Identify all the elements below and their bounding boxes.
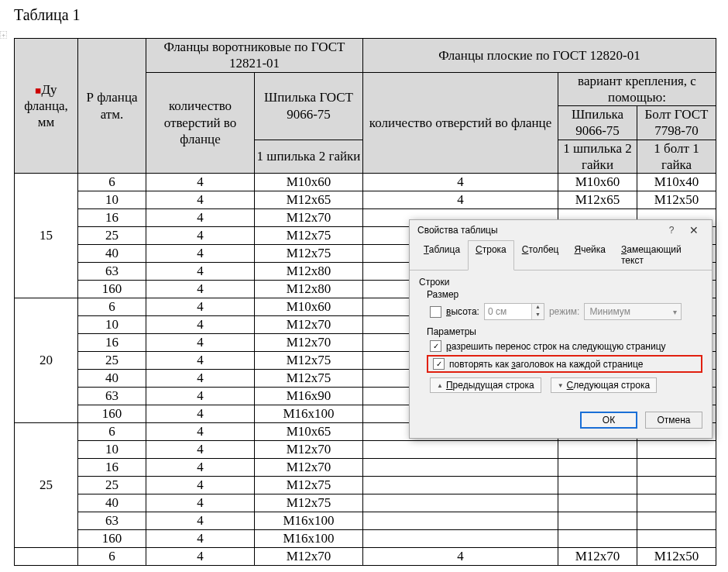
du-cell: 25 bbox=[15, 423, 78, 548]
tab-Строка[interactable]: Строка bbox=[468, 240, 514, 270]
tab-Столбец[interactable]: Столбец bbox=[514, 240, 567, 270]
q2-cell: 4 bbox=[363, 548, 558, 566]
q2-cell bbox=[363, 477, 558, 494]
v2-cell bbox=[637, 530, 716, 548]
allow-break-checkbox[interactable] bbox=[430, 340, 441, 352]
size-label: Размер bbox=[427, 289, 702, 300]
p-cell: 10 bbox=[78, 191, 146, 209]
hdr-qty1: количество отверстий во фланце bbox=[146, 72, 255, 174]
q2-cell: 4 bbox=[363, 174, 558, 191]
p-cell: 63 bbox=[78, 263, 146, 281]
q-cell: 4 bbox=[146, 334, 255, 352]
p-cell: 10 bbox=[78, 316, 146, 334]
height-checkbox[interactable] bbox=[430, 306, 441, 318]
allow-break-label: разрешить перенос строк на следующую стр… bbox=[446, 341, 666, 352]
s-cell: М16х100 bbox=[255, 405, 363, 423]
tab-Таблица[interactable]: Таблица bbox=[416, 240, 468, 270]
v1-cell bbox=[558, 441, 637, 459]
s-cell: М16х100 bbox=[255, 530, 363, 548]
q-cell: 4 bbox=[146, 477, 255, 494]
s-cell: М12х80 bbox=[255, 281, 363, 298]
p-cell: 40 bbox=[78, 370, 146, 388]
hdr-v1: Шпилька 9066-75 bbox=[558, 106, 637, 140]
p-cell: 25 bbox=[78, 227, 146, 245]
p-cell: 160 bbox=[78, 281, 146, 298]
hdr-stud: Шпилька ГОСТ 9066-75 bbox=[255, 72, 363, 140]
p-cell: 6 bbox=[78, 548, 146, 566]
p-cell: 160 bbox=[78, 530, 146, 548]
s-cell: М10х65 bbox=[255, 423, 363, 441]
v1-cell: М12х65 bbox=[558, 191, 637, 209]
du-cell: 20 bbox=[15, 298, 78, 423]
q-cell: 4 bbox=[146, 405, 255, 423]
hdr-variant: вариант крепления, с помощью: bbox=[558, 72, 716, 106]
q-cell: 4 bbox=[146, 298, 255, 316]
hdr-du: ◼Ду фланца, мм bbox=[15, 39, 78, 174]
close-icon[interactable]: ✕ bbox=[681, 224, 707, 236]
tab-Замещающий текст[interactable]: Замещающий текст bbox=[613, 240, 706, 270]
q2-cell bbox=[363, 441, 558, 459]
s-cell: М12х65 bbox=[255, 191, 363, 209]
hdr-stud-sub: 1 шпилька 2 гайки bbox=[255, 140, 363, 174]
rows-group-label: Строки bbox=[419, 277, 702, 288]
table-properties-dialog: Свойства таблицы ? ✕ ТаблицаСтрокаСтолбе… bbox=[409, 219, 713, 439]
v1-cell bbox=[558, 512, 637, 530]
mode-select[interactable]: Минимум bbox=[584, 303, 682, 320]
v2-cell bbox=[637, 512, 716, 530]
q-cell: 4 bbox=[146, 316, 255, 334]
v1-cell: М12х70 bbox=[558, 548, 637, 566]
height-spinner[interactable]: ▲▼ bbox=[484, 303, 544, 320]
du-cell bbox=[15, 548, 78, 566]
v2-cell bbox=[637, 494, 716, 512]
spin-up-icon[interactable]: ▲ bbox=[532, 304, 544, 312]
q-cell: 4 bbox=[146, 245, 255, 263]
hdr-group-left: Фланцы воротниковые по ГОСТ 12821-01 bbox=[146, 39, 363, 73]
p-cell: 25 bbox=[78, 352, 146, 370]
s-cell: М16х100 bbox=[255, 512, 363, 530]
p-cell: 6 bbox=[78, 174, 146, 191]
v1-cell bbox=[558, 459, 637, 477]
q2-cell bbox=[363, 530, 558, 548]
s-cell: М12х70 bbox=[255, 441, 363, 459]
help-icon[interactable]: ? bbox=[662, 225, 681, 236]
q-cell: 4 bbox=[146, 494, 255, 512]
s-cell: М12х75 bbox=[255, 370, 363, 388]
hdr-group-right: Фланцы плоские по ГОСТ 12820-01 bbox=[363, 39, 716, 73]
v2-cell bbox=[637, 459, 716, 477]
hdr-v1s: 1 шпилька 2 гайки bbox=[558, 140, 637, 174]
s-cell: М12х75 bbox=[255, 352, 363, 370]
table-anchor-icon[interactable]: + bbox=[0, 31, 7, 39]
q-cell: 4 bbox=[146, 174, 255, 191]
q2-cell: 4 bbox=[363, 191, 558, 209]
s-cell: М12х70 bbox=[255, 316, 363, 334]
q-cell: 4 bbox=[146, 459, 255, 477]
du-cell: 15 bbox=[15, 174, 78, 298]
q-cell: 4 bbox=[146, 530, 255, 548]
spin-down-icon[interactable]: ▼ bbox=[532, 312, 544, 319]
prev-row-button[interactable]: ▲Предыдущая строка bbox=[430, 377, 541, 393]
tab-Ячейка[interactable]: Ячейка bbox=[567, 240, 614, 270]
ok-button[interactable]: ОК bbox=[580, 412, 637, 429]
repeat-header-label: повторять как заголовок на каждой страни… bbox=[449, 359, 643, 370]
s-cell: М12х75 bbox=[255, 245, 363, 263]
height-input[interactable] bbox=[485, 304, 531, 319]
q-cell: 4 bbox=[146, 441, 255, 459]
p-cell: 63 bbox=[78, 388, 146, 405]
q-cell: 4 bbox=[146, 263, 255, 281]
s-cell: М12х75 bbox=[255, 477, 363, 494]
p-cell: 10 bbox=[78, 441, 146, 459]
triangle-down-icon: ▼ bbox=[558, 382, 564, 389]
v2-cell bbox=[637, 441, 716, 459]
v2-cell: М10х40 bbox=[637, 174, 716, 191]
cancel-button[interactable]: Отмена bbox=[645, 412, 702, 429]
repeat-header-checkbox[interactable] bbox=[433, 358, 445, 370]
next-row-button[interactable]: ▼Следующая строка bbox=[551, 377, 657, 393]
s-cell: М12х70 bbox=[255, 334, 363, 352]
p-cell: 16 bbox=[78, 459, 146, 477]
q-cell: 4 bbox=[146, 548, 255, 566]
v1-cell bbox=[558, 494, 637, 512]
v2-cell: М12х50 bbox=[637, 548, 716, 566]
q-cell: 4 bbox=[146, 191, 255, 209]
mode-label: режим: bbox=[549, 306, 580, 317]
height-label: высота: bbox=[446, 306, 479, 317]
